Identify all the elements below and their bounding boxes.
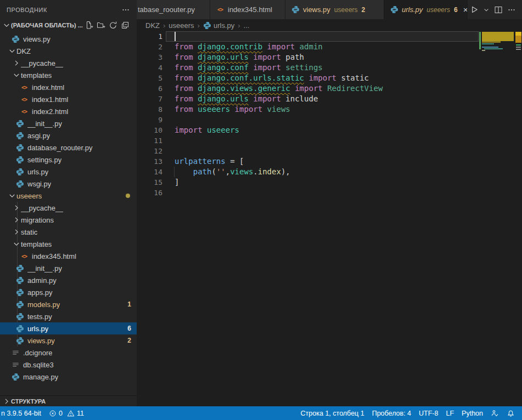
- tab-description: useeers: [426, 6, 450, 14]
- code-line-12[interactable]: 12: [137, 146, 522, 156]
- overview-ruler[interactable]: [515, 31, 522, 97]
- explorer-more-actions-icon[interactable]: [121, 5, 130, 14]
- tab-index345-html[interactable]: <>index345.html: [210, 0, 285, 19]
- tree-item-index1-html[interactable]: <>index1.html: [0, 93, 137, 105]
- tree-item-static[interactable]: static: [0, 226, 137, 238]
- tree-item-pycache[interactable]: __pycache__: [0, 202, 137, 214]
- notifications-bell-icon[interactable]: [503, 406, 519, 420]
- problems-item[interactable]: 0 11: [45, 406, 88, 420]
- breadcrumb-item-useeers[interactable]: useeers: [169, 21, 194, 30]
- refresh-icon[interactable]: [108, 20, 118, 30]
- tree-item-templates[interactable]: templates: [0, 69, 137, 81]
- chev-right-icon: [12, 203, 21, 212]
- tree-item-database-roouter-py[interactable]: database_roouter.py: [0, 141, 137, 154]
- tree-item-label: views.py: [23, 35, 50, 43]
- tree-item-label: static: [21, 228, 37, 236]
- html-file-icon: <>: [20, 252, 29, 260]
- problem-badge: 2: [127, 337, 131, 344]
- tree-item-label: index.html: [32, 83, 64, 92]
- code-line-9[interactable]: 9: [137, 115, 522, 125]
- tree-item-index2-html[interactable]: <>index2.html: [0, 105, 137, 117]
- split-editor-icon[interactable]: [492, 3, 504, 16]
- tree-item-models-py[interactable]: models.py1: [0, 298, 137, 310]
- python-file-icon: [11, 35, 20, 43]
- run-button[interactable]: [468, 3, 480, 16]
- tree-item-wsgi-py[interactable]: wsgi.py: [0, 178, 137, 190]
- cursor-position-item[interactable]: Строка 1, столбец 1: [297, 406, 368, 420]
- tree-item-manage-py[interactable]: manage.py: [0, 371, 137, 383]
- tab-views-py[interactable]: views.pyuseeers2: [285, 0, 384, 19]
- breadcrumb-separator: ›: [161, 21, 167, 30]
- tree-item-label: settings.py: [27, 156, 61, 164]
- code-line-3[interactable]: 3from django.urls import path: [137, 52, 522, 63]
- minimap[interactable]: [479, 31, 515, 55]
- code-line-6[interactable]: 6from django.views.generic import Redire…: [137, 83, 522, 94]
- breadcrumb-item-urls-py[interactable]: urls.py: [203, 21, 234, 30]
- code-editor[interactable]: 12from django.contrib import admin3from …: [137, 31, 522, 406]
- language-mode-item[interactable]: Python: [458, 406, 487, 420]
- tree-item-db-sqlite3[interactable]: db.sqlite3: [0, 359, 137, 371]
- tree-item-migrations[interactable]: migrations: [0, 214, 137, 226]
- code-line-16[interactable]: 16: [137, 188, 522, 198]
- chev-right-icon: [12, 59, 21, 67]
- warning-count: 11: [77, 410, 84, 417]
- code-line-11[interactable]: 11: [137, 135, 522, 146]
- tree-item-views-py[interactable]: views.py2: [0, 334, 137, 347]
- tree-item-init-py[interactable]: __init__.py: [0, 117, 137, 129]
- tree-item-tests-py[interactable]: tests.py: [0, 310, 137, 322]
- collapse-all-icon[interactable]: [120, 20, 130, 30]
- feedback-icon[interactable]: [487, 406, 503, 420]
- tree-item-urls-py[interactable]: urls.py6: [0, 322, 137, 334]
- tree-item-init-py[interactable]: __init__.py: [0, 262, 137, 274]
- tab-label: tabase_roouter.py: [138, 5, 195, 14]
- code-line-2[interactable]: 2from django.contrib import admin: [137, 42, 522, 52]
- tree-item-pycache[interactable]: __pycache__: [0, 57, 137, 69]
- tree-item-asgi-py[interactable]: asgi.py: [0, 129, 137, 141]
- new-folder-icon[interactable]: [96, 20, 106, 30]
- run-dropdown-icon[interactable]: [481, 3, 491, 16]
- tree-item-templates[interactable]: templates: [0, 238, 137, 250]
- code-line-15[interactable]: 15]: [137, 177, 522, 188]
- code-line-8[interactable]: 8from useeers import views: [137, 104, 522, 115]
- code-line-14[interactable]: 14 path('',views.index),: [137, 167, 522, 177]
- code-line-10[interactable]: 10import useeers: [137, 125, 522, 135]
- tree-item-label: DKZ: [16, 47, 31, 55]
- outline-section-header[interactable]: СТРУКТУРА: [0, 395, 137, 406]
- tree-item-urls-py[interactable]: urls.py: [0, 166, 137, 178]
- tree-item-views-py[interactable]: views.py: [0, 33, 137, 45]
- error-icon: [49, 410, 57, 417]
- breadcrumb-item-dkz[interactable]: DKZ: [145, 21, 160, 30]
- chevron-right-icon: [2, 397, 11, 406]
- tab-urls-py[interactable]: urls.pyuseeers6×: [384, 0, 468, 19]
- more-actions-icon[interactable]: [506, 3, 518, 16]
- tree-item-dcignore[interactable]: .dcignore: [0, 347, 137, 359]
- code-line-13[interactable]: 13urlpatterns = [: [137, 156, 522, 167]
- code-line-7[interactable]: 7from django.urls import include: [137, 94, 522, 104]
- tree-item-admin-py[interactable]: admin.py: [0, 274, 137, 286]
- python-file-icon: [15, 300, 24, 309]
- tree-item-index-html[interactable]: <>index.html: [0, 81, 137, 93]
- tree-item-label: admin.py: [27, 276, 57, 285]
- breadcrumb-item-[interactable]: ...: [244, 21, 250, 30]
- indentation-item[interactable]: Пробелов: 4: [368, 406, 415, 420]
- error-count: 0: [59, 410, 63, 417]
- python-version-item[interactable]: n 3.9.5 64-bit: [0, 406, 45, 420]
- modified-dot-icon: [126, 194, 130, 198]
- workspace-section-header[interactable]: (РАБОЧАЯ ОБЛАСТЬ) ...: [0, 19, 137, 31]
- python-file-icon: [291, 5, 300, 14]
- tree-item-apps-py[interactable]: apps.py: [0, 286, 137, 298]
- tab-label: urls.py: [402, 5, 423, 14]
- tree-item-index345-html[interactable]: <>index345.html: [0, 250, 137, 262]
- tree-item-dkz[interactable]: DKZ: [0, 45, 137, 57]
- code-line-5[interactable]: 5from django.conf.urls.static import sta…: [137, 73, 522, 83]
- eol-item[interactable]: LF: [442, 406, 458, 420]
- code-line-1[interactable]: 1: [137, 31, 522, 42]
- encoding-item[interactable]: UTF-8: [415, 406, 442, 420]
- tab-tabase-roouter-py[interactable]: tabase_roouter.py: [137, 0, 210, 19]
- tree-item-label: urls.py: [27, 168, 48, 176]
- tree-item-settings-py[interactable]: settings.py: [0, 154, 137, 166]
- close-icon[interactable]: ×: [463, 5, 468, 14]
- new-file-icon[interactable]: [84, 20, 94, 30]
- tree-item-useeers[interactable]: useeers: [0, 190, 137, 202]
- code-line-4[interactable]: 4from django.conf import settings: [137, 63, 522, 73]
